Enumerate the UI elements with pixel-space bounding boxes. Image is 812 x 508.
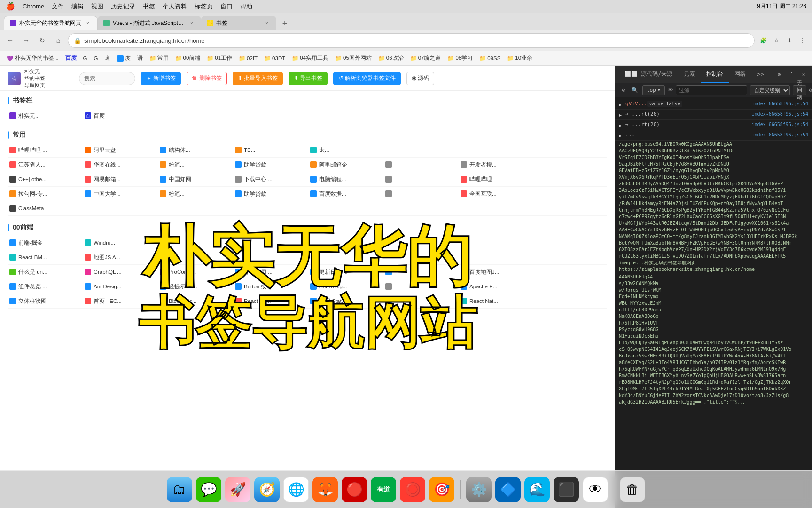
forward-button[interactable]: → bbox=[20, 34, 33, 47]
msg3-source[interactable]: index-66658f96.js:54 bbox=[752, 121, 808, 128]
dock-unknown2[interactable]: 🎯 bbox=[429, 477, 454, 502]
bm-folder-it[interactable]: 📁 02IT bbox=[236, 54, 260, 63]
dock-unknown1[interactable]: ⭕ bbox=[400, 477, 425, 502]
bm-bar-du[interactable]: 度 bbox=[114, 54, 133, 63]
dt-prohibit-icon[interactable]: ⊘ bbox=[619, 86, 628, 95]
dock-yuedao[interactable]: 有道 bbox=[371, 477, 396, 502]
apache-cell[interactable]: Apache E... bbox=[459, 281, 532, 292]
grey2-cell[interactable] bbox=[383, 174, 457, 185]
apple-menu[interactable]: 🍎 bbox=[6, 2, 15, 11]
dt-close-icon[interactable]: ✕ bbox=[799, 70, 808, 79]
dt-issue-btn[interactable]: 无问题 bbox=[793, 85, 806, 95]
add-bookmark-button[interactable]: ＋ 新增书签 bbox=[141, 72, 181, 85]
baidumapj-cell[interactable]: 百度地图J... bbox=[459, 266, 532, 278]
zhuxue-cell[interactable]: 助学贷款 bbox=[233, 159, 306, 170]
menu-profile[interactable]: 个人资料 bbox=[163, 2, 187, 11]
bm-folder-coding[interactable]: 📁 07编之道 bbox=[407, 54, 444, 63]
reactnat-cell[interactable]: React Nat... bbox=[459, 295, 532, 307]
bm-folder-foreign[interactable]: 📁 05国外网站 bbox=[332, 54, 375, 63]
dock-preview[interactable]: 👁 bbox=[583, 477, 608, 502]
new-tab-button[interactable]: + bbox=[278, 17, 291, 30]
bm-folder-politics[interactable]: 📁 06政治 bbox=[375, 54, 406, 63]
ec-cell[interactable]: 首页 - EC... bbox=[83, 295, 156, 307]
msg2-source[interactable]: index-66658f96.js:54 bbox=[752, 111, 808, 118]
dt-level-select[interactable]: 自定义级别 bbox=[750, 85, 790, 95]
bm-bar-baidu[interactable]: 百度 bbox=[62, 53, 79, 63]
antd2-cell[interactable]: Ant Desig... bbox=[308, 281, 382, 292]
menu-edit[interactable]: 编辑 bbox=[71, 2, 84, 11]
dock-firefox[interactable]: 🦊 bbox=[312, 477, 338, 502]
dock-vscode[interactable]: 🔷 bbox=[495, 477, 521, 502]
grey3-cell[interactable] bbox=[383, 188, 457, 199]
dock-wechat[interactable]: 💬 bbox=[196, 477, 221, 502]
back-button[interactable]: ← bbox=[4, 34, 17, 47]
undefined-cell[interactable]: 什么是 un... bbox=[8, 266, 81, 278]
dock-webstorm[interactable]: 🌊 bbox=[524, 477, 550, 502]
search-input[interactable] bbox=[79, 72, 135, 85]
bm-cell-pushi[interactable]: 朴实无... bbox=[8, 110, 81, 121]
reload-button[interactable]: ↻ bbox=[36, 34, 49, 47]
dock-trash[interactable]: 🗑 bbox=[620, 477, 645, 502]
jiegou-cell[interactable]: 结构体... bbox=[158, 144, 231, 156]
dt-gear-icon[interactable]: ⚙ bbox=[809, 86, 812, 95]
dt-tab-more[interactable]: >> bbox=[751, 66, 769, 83]
bilibili2-cell[interactable]: 哔哩哔哩 bbox=[459, 174, 532, 185]
cnki-cell[interactable]: 中国知网 bbox=[158, 174, 231, 185]
tab-bookmark-site[interactable]: 朴实无华的书签导航网页 × bbox=[4, 16, 98, 30]
mapjs-cell[interactable]: 地图JS A... bbox=[83, 252, 156, 263]
button-cell[interactable]: Button 按... bbox=[233, 281, 306, 292]
download-icon[interactable]: ⬇ bbox=[784, 35, 795, 46]
diannaobiancheng-cell[interactable]: 电脑编程... bbox=[308, 174, 382, 185]
dock-launchpad[interactable]: 🚀 bbox=[225, 477, 250, 502]
menu-history[interactable]: 历史记录 bbox=[111, 2, 135, 11]
dock-chrome[interactable]: 🌐 bbox=[283, 477, 309, 502]
reactro-cell[interactable]: React Ro... bbox=[233, 295, 306, 307]
grey1-cell[interactable] bbox=[383, 159, 457, 170]
blue1-cell[interactable] bbox=[383, 266, 457, 278]
fenbi2-cell[interactable]: 粉笔... bbox=[158, 188, 231, 199]
tab-bookmark[interactable]: ⭐ 书签 × bbox=[201, 16, 276, 30]
reactbm-cell[interactable]: React-BM... bbox=[8, 252, 81, 263]
parse-browser-button[interactable]: ↺ 解析浏览器书签文件 bbox=[333, 72, 400, 85]
msg4-source[interactable]: index-66658f96.js:54 bbox=[752, 131, 808, 138]
grey4-cell[interactable] bbox=[158, 252, 231, 263]
dock-terminal[interactable]: ⬛ bbox=[554, 477, 579, 502]
tai-cell[interactable]: 太... bbox=[308, 144, 382, 156]
huatu-cell[interactable]: 华图在线... bbox=[83, 159, 156, 170]
tab2-close[interactable]: × bbox=[188, 19, 195, 27]
menu-bookmarks[interactable]: 书签 bbox=[143, 2, 155, 11]
shiyong-cell[interactable]: 使用 Stat... bbox=[308, 295, 382, 307]
zhongguodaxue-cell[interactable]: 中国大学... bbox=[83, 188, 156, 199]
tb-cell[interactable]: TB... bbox=[233, 144, 306, 156]
dt-tab-elements[interactable]: 元素 bbox=[678, 66, 701, 83]
bm-bar-g1[interactable]: G bbox=[80, 55, 90, 62]
dock-settings[interactable]: ⚙️ bbox=[466, 477, 492, 502]
bookmark-icon[interactable]: ☆ bbox=[771, 35, 782, 46]
bilibili-cell[interactable]: 哔哩哔哩 ... bbox=[8, 144, 81, 156]
dt-top-dropdown[interactable]: top ▾ bbox=[642, 85, 665, 95]
dock-safari[interactable]: 🧭 bbox=[254, 477, 280, 502]
dt-tab-network[interactable]: 网络 bbox=[729, 66, 751, 83]
tab1-close[interactable]: × bbox=[84, 19, 92, 27]
delete-bookmark-button[interactable]: 🗑 删除书签 bbox=[187, 72, 226, 85]
menu-help[interactable]: 帮助 bbox=[240, 2, 252, 11]
bm-folder-frontend[interactable]: 📁 00前端 bbox=[172, 54, 203, 63]
bm-folder-work[interactable]: 📁 01工作 bbox=[204, 54, 235, 63]
blue2-cell[interactable] bbox=[383, 295, 457, 307]
3dchart-cell[interactable]: 立体柱状图 bbox=[8, 295, 81, 307]
dt-tab-console[interactable]: 控制台 bbox=[701, 66, 729, 83]
bizcharts-cell[interactable]: BizCharts... bbox=[158, 295, 231, 307]
procomp-cell[interactable]: ProComp... bbox=[158, 266, 231, 278]
graphql-cell[interactable]: GraphQL ... bbox=[83, 266, 156, 278]
quanguo-cell[interactable]: 全国互联... bbox=[459, 188, 532, 199]
bm-cell-baidu[interactable]: 百 百度 bbox=[83, 110, 156, 121]
dt-tab-source[interactable]: ⬜⬜ 源代码/来源 bbox=[619, 66, 678, 83]
dock-redapp[interactable]: 🔴 bbox=[342, 477, 367, 502]
grey5-cell[interactable] bbox=[383, 281, 457, 292]
menu-tabs[interactable]: 标签页 bbox=[195, 2, 213, 11]
zujian-cell[interactable]: 组件总览 ... bbox=[8, 281, 81, 292]
bm-bar-g2[interactable]: G bbox=[91, 55, 101, 62]
export-button[interactable]: ⬇ 导出书签 bbox=[289, 72, 328, 85]
menu-chrome[interactable]: Chrome bbox=[23, 3, 44, 10]
aliyun-cell[interactable]: 阿里云盘 bbox=[83, 144, 156, 156]
